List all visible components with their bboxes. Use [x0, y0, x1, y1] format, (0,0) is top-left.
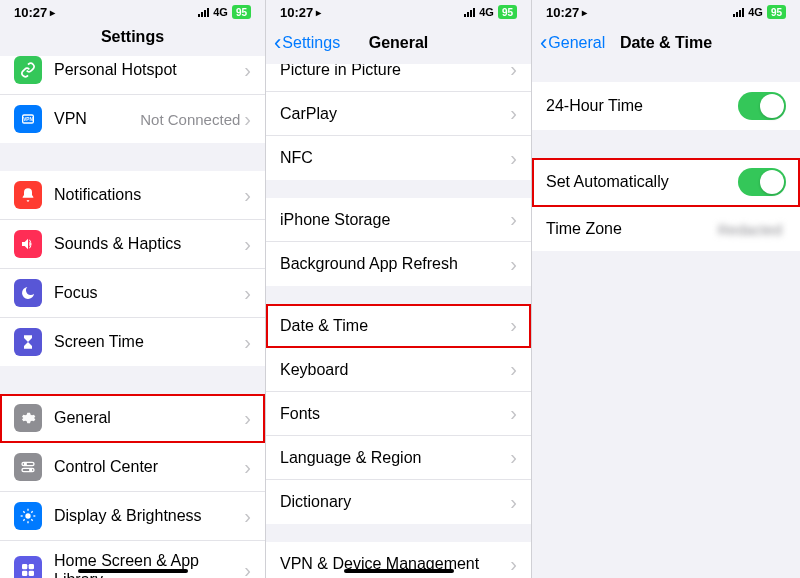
chevron-right-icon: ›	[244, 407, 251, 430]
row-iphone-storage[interactable]: iPhone Storage›	[266, 198, 531, 242]
row-label: Keyboard	[280, 360, 510, 379]
section-gap	[532, 64, 800, 82]
row-label: Display & Brightness	[54, 506, 244, 525]
chevron-right-icon: ›	[510, 402, 517, 425]
settings-list[interactable]: Personal Hotspot › VPN VPN Not Connected…	[0, 56, 265, 578]
row-label: Focus	[54, 283, 244, 302]
date-time-list[interactable]: 24-Hour Time Set Automatically Time Zone…	[532, 64, 800, 578]
network-label: 4G	[479, 6, 494, 18]
row-label: Date & Time	[280, 316, 510, 335]
row-24-hour-time[interactable]: 24-Hour Time	[532, 82, 800, 130]
row-personal-hotspot[interactable]: Personal Hotspot ›	[0, 56, 265, 95]
row-date-time[interactable]: Date & Time›	[266, 304, 531, 348]
chevron-right-icon: ›	[510, 553, 517, 576]
chevron-right-icon: ›	[510, 147, 517, 170]
row-label: Notifications	[54, 185, 244, 204]
row-set-automatically[interactable]: Set Automatically	[532, 158, 800, 207]
hourglass-icon	[14, 328, 42, 356]
chevron-right-icon: ›	[244, 282, 251, 305]
status-bar: 10:27▸ 4G 95	[532, 0, 800, 22]
home-indicator[interactable]	[78, 569, 188, 573]
bell-icon	[14, 181, 42, 209]
row-picture-in-picture[interactable]: Picture in Picture›	[266, 64, 531, 92]
page-title: General	[369, 34, 429, 52]
toggle-set-automatically[interactable]	[738, 168, 786, 196]
chevron-right-icon: ›	[510, 64, 517, 81]
section-gap	[532, 130, 800, 158]
row-vpn[interactable]: VPN VPN Not Connected ›	[0, 95, 265, 143]
row-label: CarPlay	[280, 104, 510, 123]
row-sounds-haptics[interactable]: Sounds & Haptics›	[0, 220, 265, 269]
row-value: Not Connected	[140, 111, 240, 128]
svg-line-12	[31, 519, 32, 520]
svg-text:VPN: VPN	[23, 117, 33, 122]
svg-rect-15	[22, 564, 27, 569]
row-label: Set Automatically	[546, 172, 738, 191]
row-fonts[interactable]: Fonts›	[266, 392, 531, 436]
time-zone-value: Redacted	[718, 221, 782, 238]
row-label: Fonts	[280, 404, 510, 423]
row-nfc[interactable]: NFC›	[266, 136, 531, 180]
row-label: Background App Refresh	[280, 254, 510, 273]
row-language-region[interactable]: Language & Region›	[266, 436, 531, 480]
row-dictionary[interactable]: Dictionary›	[266, 480, 531, 524]
row-label: Sounds & Haptics	[54, 234, 244, 253]
back-button[interactable]: ‹Settings	[274, 32, 340, 54]
svg-point-6	[25, 513, 30, 518]
signal-icon	[198, 7, 209, 17]
section-gap	[0, 366, 265, 394]
home-indicator[interactable]	[344, 569, 454, 573]
row-screen-time[interactable]: Screen Time›	[0, 318, 265, 366]
row-label: Control Center	[54, 457, 244, 476]
svg-line-13	[23, 519, 24, 520]
row-control-center[interactable]: Control Center›	[0, 443, 265, 492]
status-bar: 10:27▸ 4G 95	[266, 0, 531, 22]
chevron-right-icon: ›	[244, 456, 251, 479]
svg-point-4	[24, 463, 26, 465]
chevron-right-icon: ›	[510, 446, 517, 469]
general-pane: 10:27▸ 4G 95 ‹Settings General Picture i…	[266, 0, 532, 578]
row-label: Personal Hotspot	[54, 60, 244, 79]
toggle-24-hour[interactable]	[738, 92, 786, 120]
grid-icon	[14, 556, 42, 578]
row-carplay[interactable]: CarPlay›	[266, 92, 531, 136]
chevron-right-icon: ›	[510, 253, 517, 276]
row-notifications[interactable]: Notifications›	[0, 171, 265, 220]
row-general[interactable]: General›	[0, 394, 265, 443]
row-label: VPN	[54, 109, 140, 128]
group-24h: 24-Hour Time	[532, 82, 800, 130]
chevron-right-icon: ›	[244, 505, 251, 528]
row-display-brightness[interactable]: Display & Brightness›	[0, 492, 265, 541]
group-b: iPhone Storage› Background App Refresh›	[266, 198, 531, 286]
row-label: Dictionary	[280, 492, 510, 511]
row-label: Time Zone	[546, 219, 718, 238]
page-title: Date & Time	[620, 34, 712, 52]
status-right: 4G 95	[464, 5, 517, 19]
row-label: Home Screen & App Library	[54, 551, 244, 578]
nav-bar: ‹Settings General	[266, 22, 531, 64]
date-time-pane: 10:27▸ 4G 95 ‹General Date & Time 24-Hou…	[532, 0, 800, 578]
chevron-right-icon: ›	[244, 59, 251, 82]
svg-rect-17	[22, 571, 27, 576]
svg-rect-16	[29, 564, 34, 569]
row-focus[interactable]: Focus›	[0, 269, 265, 318]
svg-point-5	[30, 469, 32, 471]
status-time: 10:27▸	[14, 5, 55, 20]
battery-icon: 95	[232, 5, 251, 19]
globe-icon: VPN	[14, 105, 42, 133]
group-auto: Set Automatically Time Zone Redacted	[532, 158, 800, 251]
row-label: iPhone Storage	[280, 210, 510, 229]
link-icon	[14, 56, 42, 84]
row-background-app-refresh[interactable]: Background App Refresh›	[266, 242, 531, 286]
back-button[interactable]: ‹General	[540, 32, 605, 54]
row-keyboard[interactable]: Keyboard›	[266, 348, 531, 392]
chevron-right-icon: ›	[244, 331, 251, 354]
settings-pane: 10:27▸ 4G 95 Settings Personal Hotspot ›…	[0, 0, 266, 578]
signal-icon	[464, 7, 475, 17]
row-label: General	[54, 408, 244, 427]
row-time-zone[interactable]: Time Zone Redacted	[532, 207, 800, 251]
section-gap	[266, 286, 531, 304]
general-list[interactable]: Picture in Picture› CarPlay› NFC› iPhone…	[266, 64, 531, 578]
chevron-right-icon: ›	[510, 358, 517, 381]
chevron-right-icon: ›	[244, 233, 251, 256]
